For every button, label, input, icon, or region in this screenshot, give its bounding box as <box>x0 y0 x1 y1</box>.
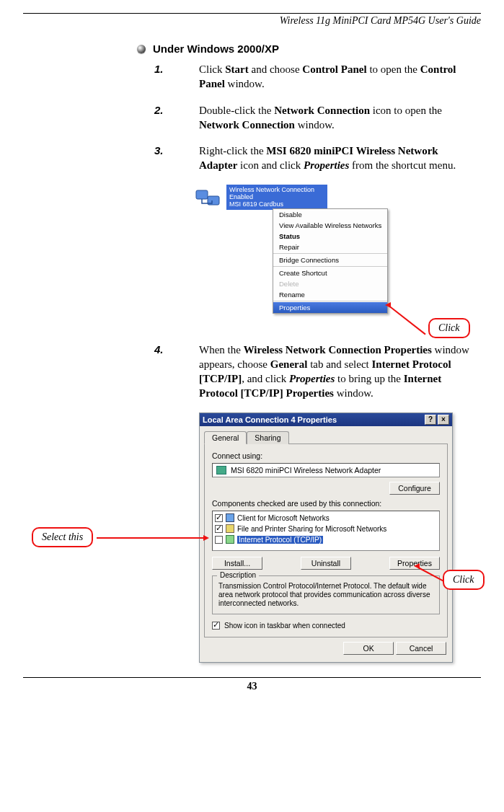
components-label: Components checked are used by this conn… <box>212 499 440 508</box>
step-3: 3. Right-click the MSI 6820 miniPCI Wire… <box>154 144 481 173</box>
tab-body-general: Connect using: MSI 6820 miniPCI Wireless… <box>204 444 448 637</box>
step-body: Double-click the Network Connection icon… <box>199 103 473 133</box>
cancel-button[interactable]: Cancel <box>396 642 446 655</box>
context-menu: Disable View Available Wireless Networks… <box>273 208 388 314</box>
client-icon <box>226 513 234 522</box>
section-heading: Under Windows 2000/XP <box>137 43 481 55</box>
callout-arrow-icon <box>385 302 391 308</box>
connection-title-block: Wireless Network Connection Enabled MSI … <box>226 185 327 210</box>
step-1: 1. Click Start and choose Control Panel … <box>154 62 481 92</box>
help-button[interactable]: ? <box>425 415 436 425</box>
description-legend: Description <box>217 571 259 580</box>
bullet-icon <box>137 45 146 53</box>
ctx-status[interactable]: Status <box>273 231 387 242</box>
checkbox-icon[interactable] <box>215 525 223 533</box>
close-button[interactable]: × <box>438 415 449 425</box>
callout-arrow-icon <box>203 535 209 541</box>
list-item-tcpip[interactable]: Internet Protocol (TCP/IP) <box>214 534 438 545</box>
ctx-properties[interactable]: Properties <box>273 302 387 313</box>
header-rule <box>23 13 481 14</box>
ctx-create-shortcut[interactable]: Create Shortcut <box>273 268 387 278</box>
show-icon-row: Show icon in taskbar when connected <box>212 622 440 630</box>
click-callout: Click <box>428 318 470 338</box>
properties-dialog: Local Area Connection 4 Properties ? × G… <box>199 412 453 663</box>
connection-title-line3: MSI 6819 Cardbus <box>229 200 324 208</box>
ok-button[interactable]: OK <box>343 642 394 655</box>
step-2: 2. Double-click the Network Connection i… <box>154 103 481 133</box>
ctx-repair[interactable]: Repair <box>273 242 387 252</box>
ctx-separator <box>273 266 387 267</box>
adapter-name: MSI 6820 miniPCI Wireless Network Adapte… <box>231 466 381 475</box>
list-item-label: Client for Microsoft Networks <box>237 514 330 522</box>
install-button[interactable]: Install... <box>212 557 262 570</box>
checkbox-icon[interactable] <box>215 536 223 544</box>
step-num: 2. <box>154 103 199 133</box>
nic-icon <box>216 466 226 475</box>
callout-arrow-icon <box>414 563 420 569</box>
ctx-delete: Delete <box>273 278 387 289</box>
footer-rule <box>23 677 481 678</box>
protocol-icon <box>226 535 234 544</box>
dialog-title: Local Area Connection 4 Properties <box>203 415 337 424</box>
callout-line <box>387 304 425 335</box>
callout-line <box>97 537 203 539</box>
dialog-titlebar: Local Area Connection 4 Properties ? × <box>200 413 452 426</box>
ctx-separator <box>273 253 387 254</box>
step-num: 1. <box>154 62 199 92</box>
list-item-label: File and Printer Sharing for Microsoft N… <box>237 525 386 533</box>
step-body: Right-click the MSI 6820 miniPCI Wireles… <box>199 144 473 173</box>
ctx-view-networks[interactable]: View Available Wireless Networks <box>273 220 387 231</box>
ctx-bridge[interactable]: Bridge Connections <box>273 255 387 265</box>
components-list[interactable]: Client for Microsoft Networks File and P… <box>212 511 440 551</box>
show-icon-label: Show icon in taskbar when connected <box>224 622 345 630</box>
checkbox-icon[interactable] <box>215 514 223 522</box>
ctx-separator <box>273 301 387 301</box>
section-heading-text: Under Windows 2000/XP <box>153 43 279 55</box>
step-num: 4. <box>154 343 199 401</box>
connection-title-line2: Enabled <box>229 193 324 200</box>
step-body: When the Wireless Network Connection Pro… <box>199 343 473 401</box>
step-num: 3. <box>154 144 199 173</box>
step-body: Click Start and choose Control Panel to … <box>199 62 473 92</box>
connection-title-line1: Wireless Network Connection <box>229 186 324 193</box>
content-region: Under Windows 2000/XP 1. Click Start and… <box>23 43 481 663</box>
ctx-rename[interactable]: Rename <box>273 289 387 300</box>
ctx-disable[interactable]: Disable <box>273 209 387 220</box>
list-item-label: Internet Protocol (TCP/IP) <box>237 536 323 544</box>
context-menu-figure: Wireless Network Connection Enabled MSI … <box>226 185 407 314</box>
configure-button[interactable]: Configure <box>389 482 440 495</box>
uninstall-button[interactable]: Uninstall <box>301 557 351 570</box>
tab-general[interactable]: General <box>204 431 247 444</box>
list-item-file-printer[interactable]: File and Printer Sharing for Microsoft N… <box>214 524 438 534</box>
tab-sharing[interactable]: Sharing <box>247 431 288 444</box>
list-item-client[interactable]: Client for Microsoft Networks <box>214 513 438 524</box>
adapter-box: MSI 6820 miniPCI Wireless Network Adapte… <box>212 463 440 477</box>
select-this-callout: Select this <box>32 527 93 547</box>
step-4: 4. When the Wireless Network Connection … <box>154 343 481 401</box>
header-text: Wireless 11g MiniPCI Card MP54G User's G… <box>23 15 481 27</box>
svg-rect-0 <box>196 190 208 199</box>
network-connection-icon <box>195 186 224 211</box>
description-text: Transmission Control Protocol/Internet P… <box>218 582 430 607</box>
description-group: Description Transmission Control Protoco… <box>212 575 440 614</box>
page-number: 43 <box>23 681 481 692</box>
connect-using-label: Connect using: <box>212 451 440 460</box>
click-callout-2: Click <box>443 570 485 590</box>
file-printer-icon <box>226 524 234 533</box>
tab-row: General Sharing <box>204 431 448 444</box>
show-icon-checkbox[interactable] <box>212 622 220 630</box>
